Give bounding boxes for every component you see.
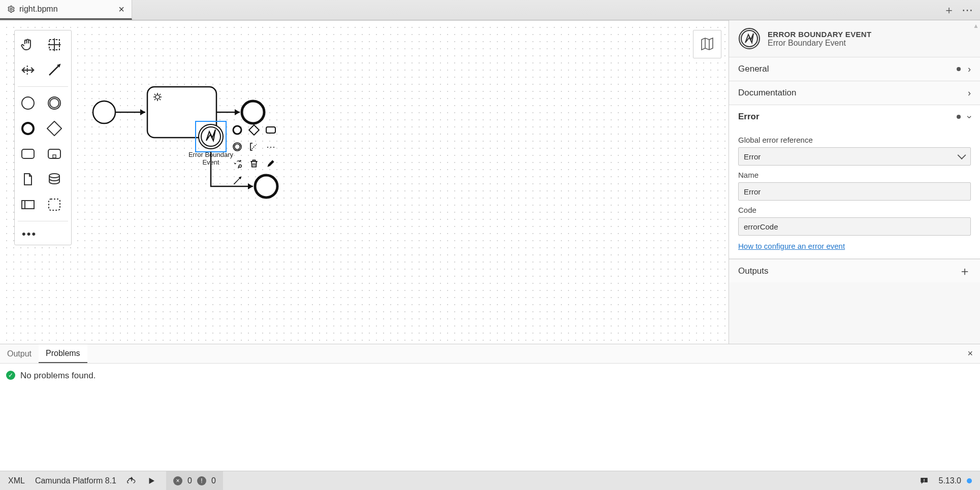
global-error-ref-select[interactable]: Error [738,147,971,166]
properties-header: ERROR BOUNDARY EVENT Error Boundary Even… [729,20,980,57]
deploy-button[interactable] [127,476,137,486]
close-panel-button[interactable]: × [960,344,980,363]
global-error-ref-label: Global error reference [738,136,971,144]
properties-panel: ▲ ERROR BOUNDARY EVENT Error Boundary Ev… [729,20,980,344]
tab-title: right.bpmn [19,5,58,14]
bpmn-diagram [0,21,729,344]
chevron-right-icon: › [968,88,971,99]
file-tab[interactable]: right.bpmn × [0,0,132,20]
section-general: General › [729,57,980,81]
platform-selector[interactable]: Camunda Platform 8.1 [35,476,116,485]
error-help-link[interactable]: How to configure an error event [738,242,845,250]
chevron-down-icon: › [964,115,975,118]
status-bar: XML Camunda Platform 8.1 ×0 !0 5.13.0 [0,471,980,490]
svg-point-25 [233,126,241,134]
append-end-event[interactable] [230,122,245,138]
has-data-dot [957,115,961,119]
new-tab-button[interactable]: ＋ [943,5,955,16]
error-count-icon: × [173,476,182,485]
properties-title: ERROR BOUNDARY EVENT [768,30,871,39]
append-intermediate[interactable] [230,139,245,154]
more-menu-button[interactable]: ⋯ [962,5,973,16]
append-text-annotation[interactable] [246,139,262,154]
error-name-label: Name [738,171,971,179]
error-code-label: Code [738,206,971,214]
section-documentation-head[interactable]: Documentation › [729,81,980,105]
check-icon: ✓ [6,371,15,380]
section-outputs-head[interactable]: Outputs ＋ [729,259,980,282]
section-error-head[interactable]: Error › [729,105,980,128]
connect-arrow[interactable] [230,173,245,188]
close-icon[interactable]: × [118,4,124,15]
bottom-panel: Output Problems × ✓ No problems found. [0,344,980,471]
properties-subtitle: Error Boundary Event [768,39,871,48]
bottom-tabs: Output Problems × [0,344,980,364]
run-button[interactable] [147,476,156,485]
svg-marker-18 [140,109,145,115]
error-event-icon [738,27,761,50]
delete[interactable] [246,156,262,171]
update-dot [967,478,972,483]
error-name-input[interactable] [738,182,971,201]
warning-count-icon: ! [197,476,206,485]
has-data-dot [957,67,961,71]
tab-problems[interactable]: Problems [39,344,87,363]
color[interactable] [263,156,278,171]
version-label[interactable]: 5.13.0 [939,476,972,485]
end-event-1[interactable] [242,101,264,123]
svg-rect-27 [266,127,275,133]
feedback-button[interactable] [920,476,929,485]
error-boundary-event[interactable] [199,124,223,149]
tab-output[interactable]: Output [0,344,39,363]
svg-point-30 [239,165,241,168]
change-type[interactable] [230,156,245,171]
section-general-head[interactable]: General › [729,57,980,81]
svg-point-29 [235,144,240,150]
tab-bar: right.bpmn × ＋ ⋯ [0,0,980,20]
scroll-up-icon: ▲ [973,22,979,29]
tab-bar-actions: ＋ ⋯ [943,0,980,20]
gear-icon [7,5,15,13]
canvas[interactable]: ••• [0,20,729,344]
problems-status[interactable]: ×0 !0 [166,471,223,490]
start-event[interactable] [93,101,115,123]
svg-marker-21 [235,109,240,115]
append-gateway[interactable] [246,122,262,138]
context-more[interactable]: ⋯ [263,139,278,154]
svg-rect-26 [249,125,259,135]
svg-rect-34 [924,481,925,482]
svg-rect-33 [924,479,925,481]
append-task[interactable] [263,122,278,138]
error-code-input[interactable] [738,217,971,236]
problems-message: No problems found. [20,371,96,381]
section-error: Error › Global error reference Error Nam… [729,105,980,258]
plus-icon[interactable]: ＋ [959,263,971,279]
xml-toggle[interactable]: XML [8,476,25,485]
svg-point-0 [10,8,12,10]
section-outputs: Outputs ＋ [729,258,980,282]
context-pad: ⋯ [230,122,278,188]
section-documentation: Documentation › [729,81,980,105]
chevron-right-icon: › [968,64,971,75]
